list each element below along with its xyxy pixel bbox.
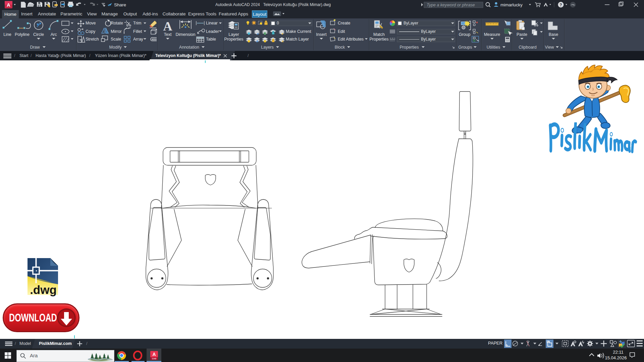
svg-text:Create: Create xyxy=(338,21,351,25)
svg-text:Fillet: Fillet xyxy=(133,29,142,34)
svg-text:Share: Share xyxy=(114,2,126,7)
svg-text:Table: Table xyxy=(206,37,216,42)
svg-text:Edit Attributes: Edit Attributes xyxy=(338,37,364,42)
svg-text:Clipboard: Clipboard xyxy=(519,45,537,50)
svg-text:A: A xyxy=(163,19,172,33)
svg-text:Scale: Scale xyxy=(111,37,121,42)
svg-text:Edit: Edit xyxy=(338,29,345,34)
svg-text:Line: Line xyxy=(3,32,11,37)
svg-text:Base: Base xyxy=(549,32,558,37)
svg-text:Paste: Paste xyxy=(517,32,527,37)
svg-text:Polyline: Polyline xyxy=(15,32,30,37)
svg-text:Properties: Properties xyxy=(400,45,419,50)
svg-text:Array: Array xyxy=(133,37,144,42)
svg-text:Properties: Properties xyxy=(370,37,389,42)
svg-text:Match Layer: Match Layer xyxy=(286,37,309,42)
svg-text:Stretch: Stretch xyxy=(86,37,99,42)
svg-text:Circle: Circle xyxy=(33,32,44,37)
svg-text:Linear: Linear xyxy=(206,21,218,25)
svg-text:Trim: Trim xyxy=(133,21,142,25)
svg-text:mimarlucky: mimarlucky xyxy=(500,2,523,7)
svg-text:Modify: Modify xyxy=(109,45,122,50)
svg-text:Text: Text xyxy=(164,32,172,37)
svg-text:Copy: Copy xyxy=(86,29,96,34)
svg-text:?: ? xyxy=(559,3,562,7)
svg-text:Layers: Layers xyxy=(261,45,274,50)
svg-text:Group: Group xyxy=(459,32,471,37)
svg-text:Move: Move xyxy=(86,21,96,25)
svg-text:ByLayer: ByLayer xyxy=(421,29,436,34)
svg-text:Block: Block xyxy=(335,45,345,50)
svg-text:Layer: Layer xyxy=(228,32,239,37)
svg-text:Groups: Groups xyxy=(459,45,472,50)
svg-text:Utilities: Utilities xyxy=(487,45,500,50)
svg-text:Draw: Draw xyxy=(30,45,40,50)
svg-text:Dimension: Dimension xyxy=(175,32,195,37)
svg-text:Insert: Insert xyxy=(316,32,327,37)
svg-text:Measure: Measure xyxy=(484,32,500,37)
svg-text:ByLayer: ByLayer xyxy=(404,21,418,25)
svg-text:A: A xyxy=(7,2,10,8)
svg-text:Make Current: Make Current xyxy=(286,29,311,34)
svg-text:Annotation: Annotation xyxy=(179,45,199,50)
svg-text:ByLayer: ByLayer xyxy=(421,37,436,42)
svg-text:A: A xyxy=(152,352,156,357)
svg-text:Properties: Properties xyxy=(224,37,244,42)
svg-text:.dwg: .dwg xyxy=(30,283,57,296)
svg-text:CAD: CAD xyxy=(152,358,157,360)
svg-text:View: View xyxy=(545,45,554,50)
svg-text:Mirror: Mirror xyxy=(111,29,122,34)
svg-text:Arc: Arc xyxy=(51,32,57,37)
svg-text:0: 0 xyxy=(277,21,279,25)
svg-text:Match: Match xyxy=(373,32,385,37)
svg-text:Type a keyword or phrase: Type a keyword or phrase xyxy=(427,3,475,7)
svg-text:Rotate: Rotate xyxy=(111,21,123,25)
svg-text:Leader: Leader xyxy=(206,29,219,34)
